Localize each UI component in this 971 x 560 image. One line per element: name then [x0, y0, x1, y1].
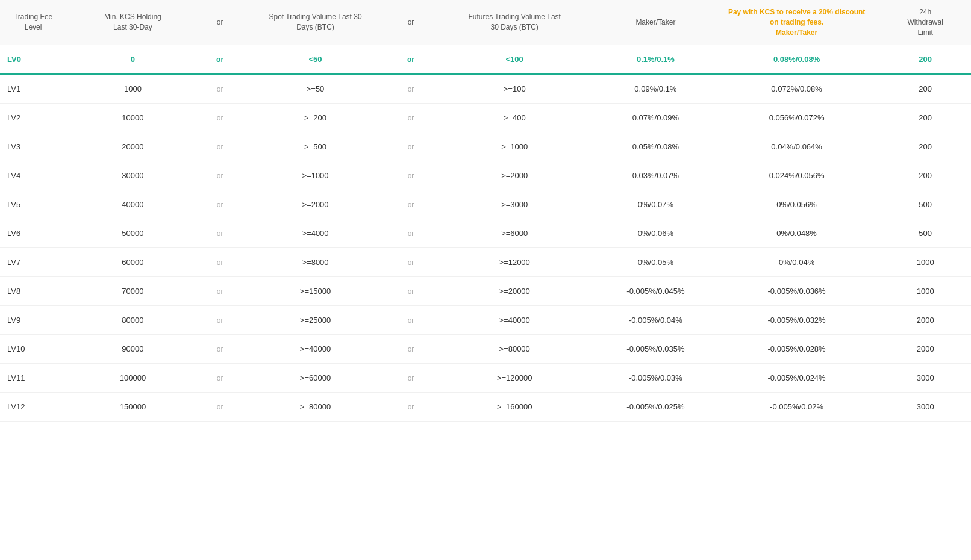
table-row: LV760000or>=8000or>=120000%/0.05%0%/0.04… [0, 248, 971, 277]
cell-withdrawal: 200 [879, 161, 971, 190]
cell-kcs: 60000 [66, 248, 199, 277]
cell-kcs: 10000 [66, 104, 199, 132]
table-row: LV980000or>=25000or>=40000-0.005%/0.04%-… [0, 306, 971, 335]
cell-kcs: 1000 [66, 74, 199, 104]
cell-spot: <50 [241, 45, 390, 75]
cell-maker-taker: 0%/0.06% [598, 219, 714, 248]
cell-withdrawal: 200 [879, 104, 971, 132]
cell-maker-taker: -0.005%/0.04% [598, 306, 714, 335]
cell-maker-taker: 0%/0.07% [598, 190, 714, 219]
cell-futures: >=80000 [431, 335, 598, 364]
cell-futures: >=20000 [431, 277, 598, 306]
cell-futures: >=160000 [431, 393, 598, 422]
cell-maker-taker: 0.09%/0.1% [598, 74, 714, 104]
cell-withdrawal: 500 [879, 190, 971, 219]
cell-spot: >=15000 [241, 277, 390, 306]
cell-kcs-maker-taker: 0.08%/0.08% [714, 45, 880, 75]
cell-level: LV3 [0, 132, 66, 161]
cell-or2: or [390, 219, 432, 248]
cell-or1: or [199, 248, 241, 277]
cell-or1: or [199, 132, 241, 161]
cell-maker-taker: -0.005%/0.025% [598, 393, 714, 422]
cell-spot: >=8000 [241, 248, 390, 277]
cell-maker-taker: -0.005%/0.035% [598, 335, 714, 364]
fee-table-container: Trading FeeLevel Min. KCS HoldingLast 30… [0, 0, 971, 422]
cell-or1: or [199, 219, 241, 248]
trading-fee-table: Trading FeeLevel Min. KCS HoldingLast 30… [0, 0, 971, 422]
cell-or1: or [199, 306, 241, 335]
cell-kcs-maker-taker: 0.056%/0.072% [714, 104, 880, 132]
cell-maker-taker: 0.03%/0.07% [598, 161, 714, 190]
cell-level: LV1 [0, 74, 66, 104]
cell-withdrawal: 2000 [879, 306, 971, 335]
header-withdrawal: 24hWithdrawalLimit [879, 0, 971, 45]
cell-or1: or [199, 161, 241, 190]
cell-futures: >=1000 [431, 132, 598, 161]
cell-kcs-maker-taker: 0%/0.04% [714, 248, 880, 277]
table-row: LV11000or>=50or>=1000.09%/0.1%0.072%/0.0… [0, 74, 971, 104]
cell-or2: or [390, 74, 432, 104]
header-or2: or [390, 0, 432, 45]
cell-withdrawal: 200 [879, 45, 971, 75]
cell-or1: or [199, 74, 241, 104]
cell-maker-taker: 0.1%/0.1% [598, 45, 714, 75]
cell-withdrawal: 3000 [879, 393, 971, 422]
cell-kcs-maker-taker: 0%/0.056% [714, 190, 880, 219]
cell-level: LV6 [0, 219, 66, 248]
cell-futures: <100 [431, 45, 598, 75]
cell-kcs-maker-taker: 0%/0.048% [714, 219, 880, 248]
cell-level: LV8 [0, 277, 66, 306]
cell-or1: or [199, 104, 241, 132]
cell-or2: or [390, 190, 432, 219]
cell-kcs: 150000 [66, 393, 199, 422]
cell-kcs-maker-taker: -0.005%/0.024% [714, 364, 880, 393]
header-kcs-holding: Min. KCS HoldingLast 30-Day [66, 0, 199, 45]
cell-or2: or [390, 393, 432, 422]
cell-futures: >=40000 [431, 306, 598, 335]
table-row: LV650000or>=4000or>=60000%/0.06%0%/0.048… [0, 219, 971, 248]
cell-kcs: 40000 [66, 190, 199, 219]
cell-or1: or [199, 393, 241, 422]
table-row: LV210000or>=200or>=4000.07%/0.09%0.056%/… [0, 104, 971, 132]
cell-maker-taker: -0.005%/0.03% [598, 364, 714, 393]
cell-or2: or [390, 104, 432, 132]
cell-spot: >=200 [241, 104, 390, 132]
cell-kcs-maker-taker: -0.005%/0.032% [714, 306, 880, 335]
cell-kcs: 100000 [66, 364, 199, 393]
cell-kcs-maker-taker: 0.072%/0.08% [714, 74, 880, 104]
cell-or2: or [390, 306, 432, 335]
cell-kcs-maker-taker: 0.024%/0.056% [714, 161, 880, 190]
cell-spot: >=25000 [241, 306, 390, 335]
cell-or1: or [199, 364, 241, 393]
cell-futures: >=12000 [431, 248, 598, 277]
table-row: LV540000or>=2000or>=30000%/0.07%0%/0.056… [0, 190, 971, 219]
cell-spot: >=500 [241, 132, 390, 161]
cell-spot: >=60000 [241, 364, 390, 393]
cell-level: LV12 [0, 393, 66, 422]
cell-maker-taker: -0.005%/0.045% [598, 277, 714, 306]
cell-kcs: 50000 [66, 219, 199, 248]
cell-or2: or [390, 277, 432, 306]
cell-level: LV7 [0, 248, 66, 277]
header-maker-taker: Maker/Taker [598, 0, 714, 45]
cell-withdrawal: 2000 [879, 335, 971, 364]
cell-or1: or [199, 190, 241, 219]
cell-level: LV2 [0, 104, 66, 132]
cell-kcs-maker-taker: -0.005%/0.036% [714, 277, 880, 306]
cell-or1: or [199, 335, 241, 364]
table-row: LV1090000or>=40000or>=80000-0.005%/0.035… [0, 335, 971, 364]
cell-kcs: 30000 [66, 161, 199, 190]
cell-or2: or [390, 161, 432, 190]
header-or1: or [199, 0, 241, 45]
cell-maker-taker: 0%/0.05% [598, 248, 714, 277]
table-row: LV870000or>=15000or>=20000-0.005%/0.045%… [0, 277, 971, 306]
cell-withdrawal: 1000 [879, 277, 971, 306]
cell-futures: >=120000 [431, 364, 598, 393]
cell-or2: or [390, 364, 432, 393]
cell-maker-taker: 0.05%/0.08% [598, 132, 714, 161]
cell-kcs-maker-taker: -0.005%/0.02% [714, 393, 880, 422]
table-row: LV430000or>=1000or>=20000.03%/0.07%0.024… [0, 161, 971, 190]
header-kcs-maker-taker: Pay with KCS to receive a 20% discounton… [714, 0, 880, 45]
cell-spot: >=2000 [241, 190, 390, 219]
cell-level: LV10 [0, 335, 66, 364]
